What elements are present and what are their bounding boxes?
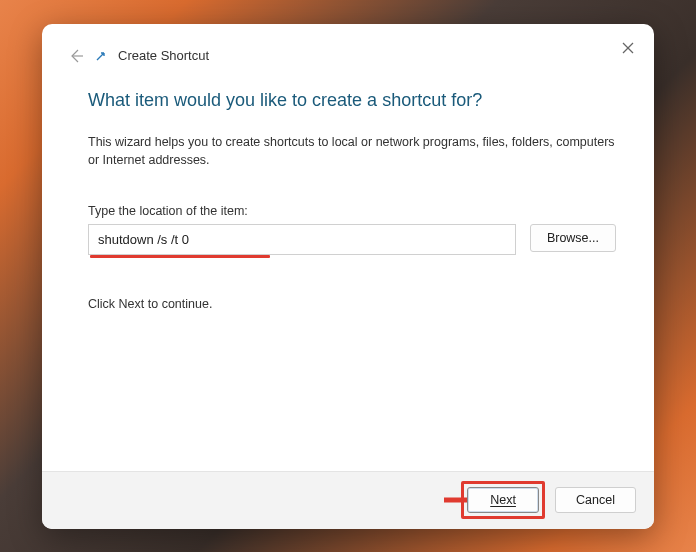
close-icon (622, 42, 634, 54)
dialog-header: Create Shortcut (42, 24, 654, 64)
create-shortcut-dialog: Create Shortcut What item would you like… (42, 24, 654, 529)
location-input-row: Browse... (88, 224, 616, 255)
shortcut-icon (96, 51, 106, 61)
location-input[interactable] (88, 224, 516, 255)
dialog-content: What item would you like to create a sho… (42, 64, 654, 471)
close-button[interactable] (616, 36, 640, 60)
annotation-next-highlight: Next (461, 481, 545, 519)
location-input-wrapper (88, 224, 516, 255)
location-input-label: Type the location of the item: (88, 204, 616, 218)
back-arrow-icon (68, 48, 84, 64)
dialog-description: This wizard helps you to create shortcut… (88, 133, 616, 171)
browse-button[interactable]: Browse... (530, 224, 616, 252)
dialog-title: Create Shortcut (118, 48, 209, 63)
continue-instruction: Click Next to continue. (88, 297, 616, 311)
next-button-label: Next (490, 493, 516, 507)
annotation-input-underline (90, 255, 270, 258)
cancel-button[interactable]: Cancel (555, 487, 636, 513)
next-button[interactable]: Next (467, 487, 539, 513)
dialog-footer: Next Cancel (42, 471, 654, 529)
dialog-heading: What item would you like to create a sho… (88, 90, 616, 111)
